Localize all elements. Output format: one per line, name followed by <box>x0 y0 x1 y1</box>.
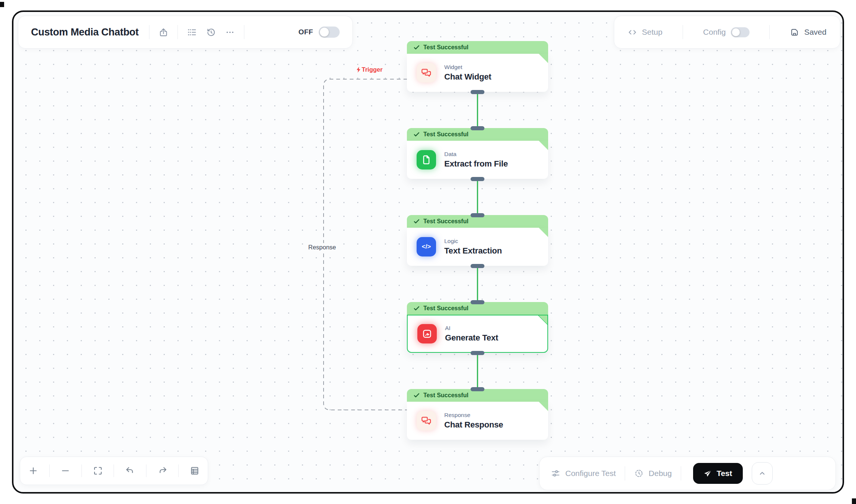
code-brackets-icon <box>628 28 637 37</box>
node-title: Chat Response <box>444 420 503 430</box>
test-button[interactable]: Test <box>693 463 743 484</box>
node-input-handle[interactable] <box>471 126 485 130</box>
redo-button[interactable] <box>158 466 167 476</box>
node-title: Generate Text <box>445 333 498 343</box>
debug-timer-icon <box>634 469 644 478</box>
node-card: Logic Text Extraction <box>407 228 548 266</box>
more-options-button[interactable] <box>225 27 235 37</box>
minus-icon <box>61 466 70 476</box>
debug-label: Debug <box>649 469 672 478</box>
check-icon <box>414 219 420 224</box>
test-status-label: Test Successful <box>423 392 469 399</box>
node-connector-edge <box>477 352 478 389</box>
node-input-handle[interactable] <box>471 300 485 304</box>
divider <box>683 25 683 39</box>
card-fold-corner <box>539 54 548 63</box>
test-status-label: Test Successful <box>423 305 469 312</box>
node-card: AI Generate Text <box>407 315 548 353</box>
divider <box>625 466 625 480</box>
test-button-label: Test <box>717 469 732 478</box>
ellipsis-icon <box>225 27 235 37</box>
zoom-in-button[interactable] <box>28 466 38 476</box>
chat-bubbles-icon-badge <box>417 63 436 83</box>
fit-view-icon <box>93 466 103 476</box>
node-card: Widget Chat Widget <box>407 54 548 92</box>
undo-button[interactable] <box>125 466 135 476</box>
node-category-label: Logic <box>444 238 502 245</box>
configure-test-button[interactable]: Configure Test <box>551 469 616 478</box>
screen-edge-artifact <box>852 498 856 504</box>
card-fold-corner <box>539 141 548 150</box>
node-category-label: AI <box>445 325 498 332</box>
node-card: Response Chat Response <box>407 402 548 440</box>
share-button[interactable] <box>158 27 169 37</box>
configure-test-label: Configure Test <box>565 469 616 478</box>
screen-edge-artifact <box>0 2 4 7</box>
node-text: Widget Chat Widget <box>444 64 491 82</box>
node-output-handle[interactable] <box>471 264 485 268</box>
fit-view-button[interactable] <box>93 466 103 476</box>
workflow-node[interactable]: Test Successful AI Generate Text <box>407 302 548 353</box>
divider <box>244 25 244 39</box>
zoom-out-button[interactable] <box>61 466 70 476</box>
logs-table-button[interactable] <box>190 466 200 476</box>
node-card: Data Extract from File <box>407 141 548 179</box>
check-icon <box>414 45 420 50</box>
version-history-button[interactable] <box>206 27 216 37</box>
check-icon <box>414 132 420 137</box>
workflow-power-toggle[interactable] <box>319 27 340 38</box>
test-panel: Configure Test Debug Test <box>539 457 836 490</box>
generate-text-icon-badge <box>417 324 437 343</box>
node-text: AI Generate Text <box>445 325 498 343</box>
node-text: Response Chat Response <box>444 412 503 430</box>
card-fold-corner <box>538 315 547 325</box>
test-status-label: Test Successful <box>423 131 469 138</box>
divider <box>81 464 82 477</box>
redo-icon <box>158 466 167 476</box>
node-input-handle[interactable] <box>471 213 485 217</box>
workflow-node[interactable]: Test Successful Response Chat Response <box>407 389 548 440</box>
generate-text-icon <box>421 328 433 339</box>
file-document-icon-badge <box>417 150 436 169</box>
chat-bubbles-icon <box>421 415 432 426</box>
setup-label: Setup <box>642 28 662 37</box>
divider <box>146 464 146 477</box>
card-fold-corner <box>539 402 548 411</box>
nodes-column: Test Successful Widget Chat Widget <box>407 41 548 440</box>
lightning-bolt-icon <box>356 66 361 73</box>
upload-share-icon <box>158 27 169 37</box>
setup-button[interactable]: Setup <box>628 28 662 37</box>
chat-bubbles-icon-badge <box>417 411 436 430</box>
node-output-handle[interactable] <box>471 351 485 355</box>
check-icon <box>414 306 420 311</box>
debug-button[interactable]: Debug <box>634 469 672 478</box>
workflow-title: Custom Media Chatbot <box>31 27 139 38</box>
trigger-edge-label: Trigger <box>356 66 383 73</box>
workspace-actions-panel: Setup Config Saved <box>614 16 840 49</box>
node-list-button[interactable] <box>187 27 197 37</box>
sliders-icon <box>551 469 560 478</box>
divider <box>178 464 179 477</box>
node-input-handle[interactable] <box>471 387 485 391</box>
node-output-handle[interactable] <box>471 90 485 94</box>
chat-bubbles-icon <box>421 67 432 78</box>
node-output-handle[interactable] <box>471 177 485 181</box>
workflow-node[interactable]: Test Successful Data Extract from File <box>407 128 548 179</box>
power-state-label: OFF <box>299 28 313 36</box>
node-connector-edge <box>477 178 478 215</box>
collapse-panel-button[interactable] <box>752 462 773 485</box>
config-toggle[interactable] <box>731 27 750 37</box>
node-text: Logic Text Extraction <box>444 238 502 256</box>
test-status-banner: Test Successful <box>407 41 548 54</box>
test-status-label: Test Successful <box>423 44 469 51</box>
workflow-node[interactable]: Test Successful Widget Chat Widget <box>407 41 548 92</box>
node-category-label: Data <box>444 151 508 158</box>
node-connector-edge <box>477 265 478 302</box>
config-label: Config <box>703 28 726 37</box>
workflow-power-group: OFF <box>299 27 340 38</box>
node-connector-edge <box>477 91 478 128</box>
workflow-editor-window: Trigger Response Test Successful <box>12 10 844 494</box>
node-category-label: Widget <box>444 64 491 71</box>
save-icon <box>790 28 799 37</box>
workflow-node[interactable]: Test Successful Logic Text Extraction <box>407 215 548 266</box>
